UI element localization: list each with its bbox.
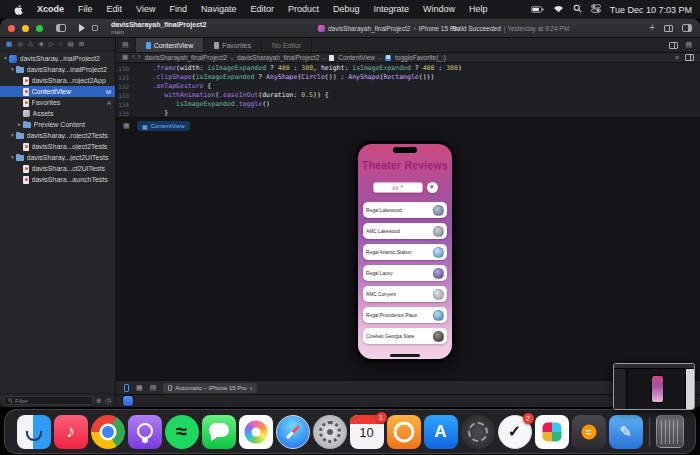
live-preview-icon[interactable] (124, 384, 129, 392)
dock-messages-icon[interactable] (202, 415, 236, 449)
menu-edit[interactable]: Edit (100, 0, 130, 19)
dock-settings-icon[interactable] (313, 415, 347, 449)
theater-row[interactable]: Regal Atlantic Station (363, 244, 447, 260)
menu-file[interactable]: File (71, 0, 100, 19)
menu-integrate[interactable]: Integrate (367, 0, 417, 19)
tab-contentview[interactable]: ContentView (136, 38, 205, 52)
tree-row-project[interactable]: davisSharay...inalProject2 (0, 53, 115, 64)
theater-row[interactable]: Regal Providence Place (363, 307, 447, 323)
menu-help[interactable]: Help (462, 0, 495, 19)
toggle-inspector-icon[interactable] (682, 24, 692, 32)
dock-finder-icon[interactable] (17, 415, 51, 449)
dock-photos-icon[interactable] (239, 415, 273, 449)
dock-pencil-app-icon[interactable] (609, 415, 643, 449)
screenshot-thumbnail[interactable] (613, 363, 695, 410)
tree-row-group[interactable]: davisSharay...inalProject2 (0, 64, 115, 75)
recent-files-icon[interactable] (105, 397, 111, 404)
tree-row-uitests-file[interactable]: davisShara...ct2UITests (0, 163, 115, 174)
tree-row-tests-group[interactable]: davisSharay...roject2Tests (0, 130, 115, 141)
theater-row[interactable]: Cinefest Georgia State (363, 328, 447, 344)
dock-spotify-icon[interactable] (165, 415, 199, 449)
tab-favorites[interactable]: Favorites (204, 38, 262, 52)
minimize-button[interactable] (22, 25, 29, 32)
back-icon[interactable] (132, 54, 134, 61)
add-button[interactable] (649, 23, 655, 33)
dock-checkmark-app-icon[interactable]: 2 (498, 415, 532, 449)
theater-row[interactable]: AMC Conyers (363, 286, 447, 302)
crumb-project[interactable]: davisSharayah_finalProject2 (145, 54, 227, 61)
tree-row-favorites[interactable]: FavoritesA (0, 97, 115, 108)
preview-target-pill[interactable]: ContentView (137, 121, 190, 131)
stop-button[interactable] (92, 25, 98, 31)
crumb-symbol[interactable]: toggleFavorite(_:) (395, 54, 446, 61)
disclosure-icon[interactable] (9, 133, 16, 139)
tree-row-tests-file[interactable]: davisShara...oject2Tests (0, 141, 115, 152)
code-editor[interactable]: 130 .frame(width: isImageExpanded ? 400 … (116, 63, 700, 118)
theater-row[interactable]: AMC Lakewood (363, 223, 447, 239)
editor-layout-icon[interactable] (685, 41, 692, 49)
menu-product[interactable]: Product (281, 0, 326, 19)
apple-menu[interactable] (8, 4, 30, 16)
related-items-icon[interactable] (122, 54, 128, 61)
dock-music-icon[interactable] (54, 415, 88, 449)
dock-safari-icon[interactable] (276, 415, 310, 449)
debug-navigator-icon[interactable] (59, 41, 63, 48)
disclosure-icon[interactable] (9, 155, 16, 161)
tree-row-app-file[interactable]: davisShara...roject2App (0, 75, 115, 86)
menu-debug[interactable]: Debug (326, 0, 367, 19)
menu-xcode[interactable]: Xcode (30, 0, 71, 19)
dock-podcasts-icon[interactable] (128, 415, 162, 449)
disclosure-icon[interactable] (9, 67, 16, 73)
tree-row-preview-content[interactable]: Preview Content (0, 119, 115, 130)
menu-navigate[interactable]: Navigate (194, 0, 244, 19)
add-file-icon[interactable] (96, 397, 102, 404)
control-center-icon[interactable] (591, 4, 601, 15)
variants-icon[interactable] (136, 384, 143, 391)
tree-row-uitests-group[interactable]: davisSharay...ject2UITests (0, 152, 115, 163)
dock-orange-app-icon[interactable] (387, 415, 421, 449)
dock-slack-icon[interactable] (535, 415, 569, 449)
debug-button[interactable] (123, 396, 133, 406)
menu-window[interactable]: Window (416, 0, 462, 19)
filter-input[interactable]: Filter (4, 396, 93, 405)
crumb-group[interactable]: davisSharayah_finalProject2 (237, 54, 319, 61)
dock-trash-icon[interactable] (656, 415, 684, 448)
project-navigator-icon[interactable] (6, 41, 12, 48)
source-control-navigator-icon[interactable] (17, 41, 23, 48)
wifi-icon[interactable] (553, 5, 564, 15)
dock-appstore-icon[interactable] (424, 415, 458, 449)
add-editor-icon[interactable] (669, 42, 678, 49)
run-button[interactable] (79, 24, 85, 32)
scheme-selector[interactable]: davisSharayah_finalProject2 iPhone 15 Pr… (318, 19, 460, 38)
menu-editor[interactable]: Editor (243, 0, 281, 19)
forward-icon[interactable] (138, 54, 140, 61)
close-button[interactable] (8, 25, 15, 32)
canvas-grid-icon[interactable] (123, 122, 130, 130)
dock-privacy-app-icon[interactable] (461, 415, 495, 449)
device-settings-icon[interactable] (150, 384, 157, 391)
editor-options-icon[interactable] (664, 25, 673, 32)
report-navigator-icon[interactable] (79, 41, 84, 48)
menu-clock[interactable]: Tue Dec 10 7:03 PM (610, 5, 692, 15)
dock-chrome-icon[interactable] (91, 415, 125, 449)
search-icon[interactable] (573, 4, 582, 15)
dock-calendar-icon[interactable]: 10 1 (350, 415, 384, 449)
menu-find[interactable]: Find (162, 0, 194, 19)
tree-row-contentview[interactable]: ContentViewM (0, 86, 115, 97)
theater-row[interactable]: Regal Lacey (363, 265, 447, 281)
zoom-button[interactable] (36, 25, 43, 32)
issue-navigator-icon[interactable] (28, 41, 34, 48)
tab-no-editor[interactable]: No Editor (262, 38, 312, 52)
test-navigator-icon[interactable] (49, 41, 54, 48)
tree-row-launchtests-file[interactable]: davisShara...aunchTests (0, 174, 115, 185)
minimap-menu-icon[interactable] (675, 54, 679, 61)
symbol-navigator-icon[interactable] (39, 41, 44, 48)
crumb-file[interactable]: ContentView (338, 54, 375, 61)
disclosure-icon[interactable] (16, 122, 23, 128)
favorites-heart-button[interactable] (427, 182, 438, 193)
toggle-navigator-icon[interactable] (56, 24, 66, 32)
split-editor-icon[interactable] (685, 54, 694, 61)
tab-overview-icon[interactable] (116, 38, 136, 52)
disclosure-icon[interactable] (2, 56, 9, 62)
menu-view[interactable]: View (129, 0, 162, 19)
